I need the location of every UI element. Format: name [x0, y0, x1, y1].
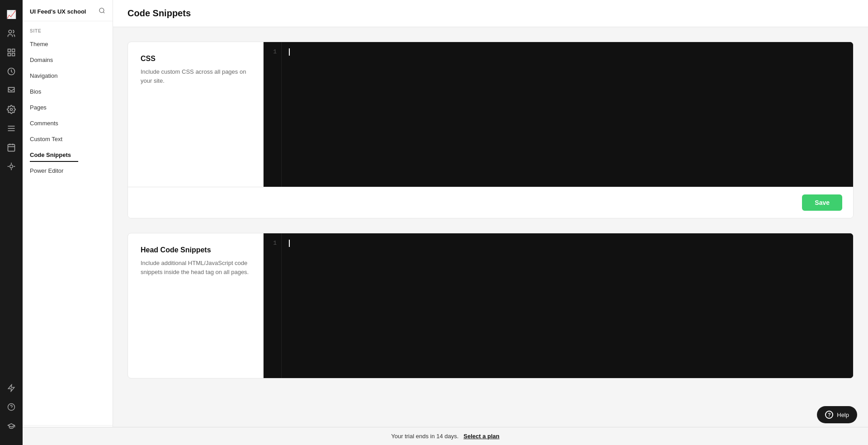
- svg-marker-19: [8, 385, 14, 392]
- search-icon[interactable]: [99, 7, 105, 15]
- head-code-editor[interactable]: 1: [264, 233, 853, 378]
- charts-icon[interactable]: [2, 119, 20, 137]
- css-line-number-1: 1: [270, 47, 277, 57]
- calendar-icon[interactable]: [2, 138, 20, 156]
- sidebar-item-custom-text[interactable]: Custom Text: [23, 132, 113, 146]
- css-code-editor[interactable]: 1: [264, 42, 853, 187]
- svg-rect-10: [8, 144, 15, 151]
- head-code-section-info: Head Code Snippets Include additional HT…: [128, 233, 264, 378]
- sidebar: UI Feed's UX school SITE Theme Domains N…: [23, 0, 113, 445]
- css-save-button[interactable]: Save: [802, 194, 842, 211]
- sidebar-item-wrapper-domains: Domains: [23, 52, 113, 68]
- trial-select-plan-link[interactable]: Select a plan: [463, 433, 499, 440]
- sidebar-item-navigation[interactable]: Navigation: [23, 69, 113, 83]
- svg-point-14: [10, 165, 13, 168]
- integrations-icon[interactable]: [2, 157, 20, 175]
- css-cursor: [289, 48, 290, 56]
- head-line-number-1: 1: [270, 239, 277, 248]
- sidebar-item-power-editor[interactable]: Power Editor: [23, 164, 113, 178]
- css-section-info: CSS Include custom CSS across all pages …: [128, 42, 264, 187]
- head-cursor-line: [289, 239, 846, 247]
- help-label: Help: [837, 412, 849, 418]
- sidebar-item-code-snippets[interactable]: Code Snippets: [30, 148, 78, 162]
- svg-line-23: [103, 12, 104, 13]
- dashboard-icon[interactable]: [2, 43, 20, 62]
- inbox-icon[interactable]: [2, 81, 20, 99]
- css-section-desc: Include custom CSS across all pages on y…: [141, 67, 250, 85]
- sidebar-item-domains[interactable]: Domains: [23, 53, 113, 67]
- people-icon[interactable]: [2, 24, 20, 43]
- css-section-footer: Save: [128, 187, 853, 218]
- icon-nav-bottom: [2, 379, 20, 440]
- settings-icon[interactable]: [2, 100, 20, 118]
- sidebar-item-theme[interactable]: Theme: [23, 37, 113, 51]
- sidebar-item-wrapper-power-editor: Power Editor: [23, 163, 113, 179]
- head-code-section-card: Head Code Snippets Include additional HT…: [127, 233, 854, 379]
- sidebar-item-wrapper-bios: Bios: [23, 84, 113, 99]
- icon-nav: 📈: [0, 0, 23, 445]
- sidebar-item-wrapper-navigation: Navigation: [23, 68, 113, 84]
- svg-rect-1: [8, 49, 11, 52]
- svg-rect-2: [12, 49, 15, 52]
- finance-icon[interactable]: [2, 62, 20, 80]
- main-header: Code Snippets: [113, 0, 868, 27]
- svg-rect-4: [12, 53, 15, 56]
- help-nav-icon[interactable]: [2, 398, 20, 416]
- sidebar-item-wrapper-code-snippets: Code Snippets: [23, 147, 113, 163]
- learn-icon[interactable]: [2, 417, 20, 435]
- css-section-body: CSS Include custom CSS across all pages …: [128, 42, 853, 187]
- sidebar-item-bios[interactable]: Bios: [23, 85, 113, 99]
- sidebar-item-wrapper-custom-text: Custom Text: [23, 131, 113, 147]
- head-line-numbers: 1: [264, 233, 282, 378]
- head-code-section-body: Head Code Snippets Include additional HT…: [128, 233, 853, 378]
- sidebar-item-wrapper-theme: Theme: [23, 36, 113, 52]
- svg-rect-3: [8, 53, 11, 56]
- sidebar-header: UI Feed's UX school: [23, 0, 113, 21]
- sidebar-item-pages[interactable]: Pages: [23, 100, 113, 114]
- svg-point-6: [10, 109, 13, 111]
- css-cursor-line: [289, 47, 846, 56]
- main-content-area: Code Snippets CSS Include custom CSS acr…: [113, 0, 868, 445]
- analytics-icon[interactable]: 📈: [2, 5, 20, 24]
- flash-icon[interactable]: [2, 379, 20, 397]
- svg-point-0: [9, 30, 12, 33]
- head-code-section-title: Head Code Snippets: [141, 246, 250, 254]
- trial-banner: Your trial ends in 14 days. Select a pla…: [23, 427, 868, 445]
- sidebar-app-title: UI Feed's UX school: [30, 8, 86, 15]
- help-button[interactable]: ? Help: [817, 406, 857, 423]
- help-circle-icon: ?: [825, 411, 833, 419]
- css-line-numbers: 1: [264, 42, 282, 187]
- sidebar-item-wrapper-comments: Comments: [23, 115, 113, 131]
- sidebar-section-label: SITE: [23, 21, 113, 36]
- page-title: Code Snippets: [127, 8, 854, 19]
- trial-text: Your trial ends in 14 days.: [391, 433, 458, 440]
- svg-point-22: [99, 8, 104, 13]
- css-section-title: CSS: [141, 55, 250, 63]
- sidebar-item-comments[interactable]: Comments: [23, 116, 113, 130]
- main-content: CSS Include custom CSS across all pages …: [113, 27, 868, 407]
- head-code-section-desc: Include additional HTML/JavaScript code …: [141, 259, 250, 276]
- css-code-content[interactable]: [282, 42, 853, 187]
- css-section-card: CSS Include custom CSS across all pages …: [127, 42, 854, 218]
- head-cursor: [289, 240, 290, 247]
- sidebar-item-wrapper-pages: Pages: [23, 99, 113, 115]
- head-code-content[interactable]: [282, 233, 853, 378]
- icon-nav-top: 📈: [2, 5, 20, 377]
